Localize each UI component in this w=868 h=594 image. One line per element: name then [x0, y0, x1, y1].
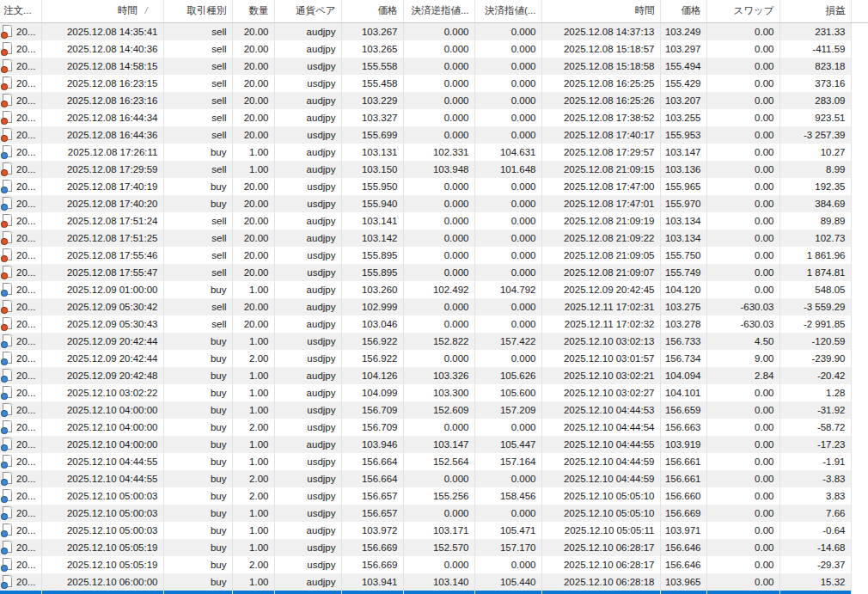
order-type-icon — [3, 145, 12, 157]
table-row[interactable]: 20... 2025.12.09 01:00:00 buy 1.00 audjp… — [0, 281, 868, 298]
cell-order: 20... — [0, 178, 41, 195]
table-row[interactable]: 20... 2025.12.08 17:55:46 sell 20.00 usd… — [0, 247, 868, 264]
cell-swap: 0.00 — [706, 195, 779, 212]
table-row[interactable]: 20... 2025.12.10 05:00:03 buy 1.00 audjp… — [0, 522, 868, 539]
table-row[interactable]: 20... 2025.12.08 17:40:20 buy 20.00 usdj… — [0, 195, 868, 212]
table-row[interactable]: 20... 2025.12.08 14:40:36 sell 20.00 aud… — [0, 40, 868, 58]
order-id: 20... — [16, 542, 35, 553]
cell-stop-loss: 0.000 — [403, 195, 474, 212]
cell-symbol: audjpy — [274, 92, 341, 109]
cell-take-profit: 0.000 — [474, 58, 541, 75]
order-type-icon — [3, 369, 12, 381]
cell-close-price: 155.953 — [660, 126, 706, 144]
table-row[interactable]: 20... 2025.12.10 04:44:55 buy 2.00 usdjp… — [0, 470, 868, 487]
order-type-icon — [3, 334, 12, 346]
cell-order: 20... — [0, 350, 41, 367]
table-row[interactable]: 20... 2025.12.10 05:05:19 buy 2.00 usdjp… — [0, 556, 868, 573]
table-row[interactable]: 20... 2025.12.08 16:44:36 sell 20.00 usd… — [0, 126, 868, 144]
cell-open-time: 2025.12.08 16:44:36 — [41, 126, 163, 144]
table-row[interactable]: 20... 2025.12.10 06:00:00 buy 1.00 audjp… — [0, 573, 868, 591]
column-header-take-profit[interactable]: 決済指値(... — [474, 0, 541, 22]
cell-profit: -3 257.39 — [779, 126, 851, 144]
table-row[interactable]: 20... 2025.12.08 14:58:15 sell 20.00 usd… — [0, 58, 868, 75]
table-row[interactable]: 20... 2025.12.08 17:40:19 buy 20.00 usdj… — [0, 178, 868, 195]
column-header-profit[interactable]: 損益 — [779, 0, 851, 22]
cell-open-time: 2025.12.08 17:29:59 — [41, 161, 163, 178]
selected-row[interactable] — [0, 591, 868, 594]
order-id: 20... — [16, 181, 35, 192]
cell-order: 20... — [0, 367, 41, 384]
cell-order: 20... — [0, 144, 41, 161]
cell-type: buy — [163, 573, 232, 591]
table-row[interactable]: 20... 2025.12.09 20:42:44 buy 1.00 usdjp… — [0, 333, 868, 350]
table-row[interactable]: 20... 2025.12.08 17:29:59 sell 1.00 audj… — [0, 161, 868, 178]
cell-close-time: 2025.12.08 17:47:00 — [541, 178, 660, 195]
table-row[interactable]: 20... 2025.12.10 03:02:22 buy 1.00 audjp… — [0, 384, 868, 401]
cell-stop-loss: 0.000 — [403, 126, 474, 144]
column-header-volume[interactable]: 数量 — [232, 0, 274, 22]
cell-take-profit: 0.000 — [474, 178, 541, 195]
cell-stop-loss: 0.000 — [403, 298, 474, 315]
cell-close-time: 2025.12.10 04:44:54 — [541, 419, 660, 436]
cell-profit: 923.51 — [779, 109, 851, 126]
cell-volume: 2.00 — [232, 487, 274, 505]
column-header-close-price[interactable]: 価格 — [660, 0, 706, 22]
cell-open-price: 156.669 — [341, 556, 403, 573]
cell-take-profit: 157.170 — [474, 539, 541, 556]
cell-order: 20... — [0, 298, 41, 315]
table-row[interactable]: 20... 2025.12.09 05:30:42 sell 20.00 aud… — [0, 298, 868, 315]
cell-profit: 1.28 — [779, 384, 851, 401]
table-row[interactable]: 20... 2025.12.10 04:00:00 buy 2.00 usdjp… — [0, 419, 868, 436]
table-row[interactable]: 20... 2025.12.10 05:00:03 buy 2.00 usdjp… — [0, 487, 868, 505]
cell-open-price: 103.260 — [341, 281, 403, 298]
table-row[interactable]: 20... 2025.12.08 16:44:34 sell 20.00 aud… — [0, 109, 868, 126]
table-row[interactable]: 20... 2025.12.09 20:42:48 buy 1.00 audjp… — [0, 367, 868, 384]
order-type-icon — [3, 231, 12, 243]
table-row[interactable]: 20... 2025.12.10 05:05:19 buy 1.00 usdjp… — [0, 539, 868, 556]
cell-symbol: usdjpy — [274, 487, 341, 505]
column-header-type[interactable]: 取引種別 — [163, 0, 232, 22]
table-row[interactable]: 20... 2025.12.08 16:23:15 sell 20.00 usd… — [0, 75, 868, 92]
cell-stop-loss: 155.256 — [403, 487, 474, 505]
table-row[interactable]: 20... 2025.12.08 14:35:41 sell 20.00 aud… — [0, 22, 868, 40]
cell-type: buy — [163, 470, 232, 487]
column-header-order[interactable]: 注文... — [0, 0, 41, 22]
cell-swap — [706, 591, 779, 594]
table-row[interactable]: 20... 2025.12.10 05:00:03 buy 1.00 usdjp… — [0, 505, 868, 522]
cell-open-time: 2025.12.08 14:35:41 — [41, 22, 163, 40]
table-row[interactable]: 20... 2025.12.08 17:55:47 sell 20.00 usd… — [0, 264, 868, 281]
cell-close-price: 155.965 — [660, 178, 706, 195]
table-row[interactable]: 20... 2025.12.08 16:23:16 sell 20.00 aud… — [0, 92, 868, 109]
cell-stop-loss: 103.147 — [403, 436, 474, 453]
cell-volume: 1.00 — [232, 505, 274, 522]
cell-filler — [851, 281, 868, 298]
cell-symbol: audjpy — [274, 109, 341, 126]
cell-filler — [851, 230, 868, 247]
table-row[interactable]: 20... 2025.12.09 20:42:44 buy 2.00 usdjp… — [0, 350, 868, 367]
table-row[interactable]: 20... 2025.12.09 05:30:43 sell 20.00 aud… — [0, 315, 868, 333]
cell-open-price: 103.972 — [341, 522, 403, 539]
column-header-symbol[interactable]: 通貨ペア — [274, 0, 341, 22]
table-row[interactable]: 20... 2025.12.10 04:00:00 buy 1.00 usdjp… — [0, 401, 868, 419]
column-header-stop-loss[interactable]: 決済逆指値... — [403, 0, 474, 22]
column-header-open-time[interactable]: 時間/ — [41, 0, 163, 22]
cell-swap: 0.00 — [706, 22, 779, 40]
cell-symbol: audjpy — [274, 315, 341, 333]
order-id: 20... — [16, 27, 35, 37]
table-row[interactable]: 20... 2025.12.08 17:26:11 buy 1.00 audjp… — [0, 144, 868, 161]
cell-open-time: 2025.12.10 05:00:03 — [41, 522, 163, 539]
cell-stop-loss: 0.000 — [403, 264, 474, 281]
cell-symbol: audjpy — [274, 384, 341, 401]
column-header-swap[interactable]: スワップ — [706, 0, 779, 22]
cell-filler — [851, 178, 868, 195]
cell-close-price — [660, 591, 706, 594]
table-row[interactable]: 20... 2025.12.08 17:51:24 sell 20.00 aud… — [0, 212, 868, 230]
column-header-close-time[interactable]: 時間 — [541, 0, 660, 22]
cell-type: sell — [163, 247, 232, 264]
column-header-open-price[interactable]: 価格 — [341, 0, 403, 22]
cell-symbol: audjpy — [274, 40, 341, 58]
table-row[interactable]: 20... 2025.12.10 04:00:00 buy 1.00 audjp… — [0, 436, 868, 453]
cell-close-time: 2025.12.10 06:28:18 — [541, 573, 660, 591]
table-row[interactable]: 20... 2025.12.08 17:51:25 sell 20.00 aud… — [0, 230, 868, 247]
table-row[interactable]: 20... 2025.12.10 04:44:55 buy 1.00 usdjp… — [0, 453, 868, 470]
